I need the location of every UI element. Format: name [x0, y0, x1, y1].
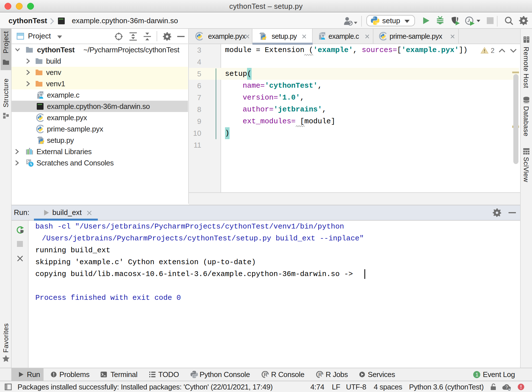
svg-text:?: ?: [505, 385, 508, 390]
svg-text:R: R: [264, 372, 267, 378]
svg-text:1: 1: [475, 372, 478, 378]
svg-text:R: R: [318, 372, 322, 378]
